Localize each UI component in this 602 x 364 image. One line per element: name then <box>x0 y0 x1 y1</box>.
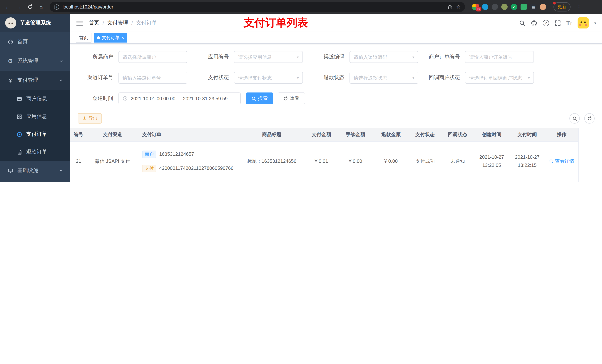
sidebar-item-merchant-info[interactable]: 商户信息 <box>0 90 70 108</box>
refresh-icon <box>587 116 592 121</box>
refresh-table-button[interactable] <box>584 113 595 124</box>
close-icon[interactable]: × <box>121 35 124 40</box>
active-dot <box>97 36 100 39</box>
cell-fee: ¥ 0.00 <box>338 141 373 181</box>
channel-order-no-field[interactable] <box>118 72 187 83</box>
extension-strip: 10 ✓ ▦ <box>473 4 546 10</box>
sidebar-item-infra[interactable]: 基础设施 <box>0 161 70 180</box>
view-detail-label: 查看详情 <box>555 158 574 165</box>
breadcrumb-pay-mgmt[interactable]: 支付管理 <box>107 20 128 26</box>
export-button-label: 导出 <box>88 115 97 122</box>
extension-icon[interactable] <box>501 4 508 10</box>
sidebar-item-label: 商户信息 <box>26 95 47 102</box>
fullscreen-icon[interactable] <box>554 20 561 26</box>
update-button[interactable]: 更新 <box>553 2 570 11</box>
browser-chrome: ← → ⌂ i localhost:1024/pay/order ☆ 10 ✓ … <box>0 0 602 14</box>
extension-icon[interactable] <box>492 4 498 10</box>
gear-icon: ⚙ <box>7 58 13 64</box>
orders-table: 编号 支付渠道 支付订单 商品标题 支付金额 手续金额 退款金额 支付状态 回调… <box>70 128 602 182</box>
filter-label: 创建时间 <box>78 95 118 102</box>
app-window: 芋道管理系统 首页 ⚙ 系统管理 ¥ 支付管理 <box>0 14 602 182</box>
clock-icon <box>123 96 128 101</box>
reset-button[interactable]: 重置 <box>278 93 305 104</box>
cell-notify: 未通知 <box>441 141 474 181</box>
sidebar-item-home[interactable]: 首页 <box>0 32 70 52</box>
extensions-puzzle-icon[interactable]: ▦ <box>530 4 537 10</box>
toggle-search-button[interactable] <box>570 113 580 124</box>
browser-menu-icon[interactable]: ⋮ <box>576 4 582 10</box>
channel-code-input[interactable] <box>354 54 411 60</box>
caret-down-icon[interactable]: ▾ <box>594 21 596 25</box>
app-logo[interactable]: 芋道管理系统 <box>0 14 70 32</box>
search-icon[interactable] <box>519 20 525 26</box>
breadcrumb-separator: / <box>103 20 104 26</box>
caret-down-icon: ▾ <box>528 76 530 80</box>
merchant-order-no-input[interactable] <box>469 54 530 60</box>
merchant-order-no-field[interactable] <box>465 51 534 63</box>
extension-icon[interactable] <box>521 4 527 10</box>
tab-label: 支付订单 <box>102 35 119 41</box>
breadcrumb-current: 支付订单 <box>136 20 157 26</box>
grid-icon <box>16 114 22 119</box>
sidebar-item-label: 系统管理 <box>17 58 38 64</box>
notify-status-select[interactable]: ▾ <box>465 72 534 83</box>
table-scroll-gutter <box>578 128 579 182</box>
browser-back-icon[interactable]: ← <box>4 3 12 11</box>
page-title-annotation: 支付订单列表 <box>244 16 308 30</box>
font-size-icon[interactable]: TT <box>566 20 572 26</box>
share-icon[interactable] <box>448 4 453 10</box>
sidebar-item-refund-order[interactable]: 退款订单 <box>0 143 70 161</box>
main-area: 首页 / 支付管理 / 支付订单 支付订单列表 ? TT ▾ <box>70 14 602 182</box>
refund-status-input[interactable] <box>354 75 411 81</box>
user-avatar[interactable] <box>578 17 589 29</box>
view-detail-link[interactable]: 查看详情 <box>549 158 574 165</box>
profile-avatar-icon[interactable] <box>540 4 546 10</box>
cell-pay-time: 2021-10-27 13:22:15 <box>509 141 545 181</box>
sidebar-item-app-info[interactable]: 应用信息 <box>0 108 70 125</box>
pay-status-input[interactable] <box>238 75 295 81</box>
channel-order-no-input[interactable] <box>123 75 183 81</box>
search-button[interactable]: 搜索 <box>246 93 273 104</box>
page-root: ← → ⌂ i localhost:1024/pay/order ☆ 10 ✓ … <box>0 0 602 182</box>
merchant-select[interactable] <box>118 51 187 63</box>
export-button[interactable]: 导出 <box>78 113 102 124</box>
breadcrumb-home[interactable]: 首页 <box>89 20 99 26</box>
merchant-input[interactable] <box>123 54 183 60</box>
extension-icon[interactable]: 10 <box>473 4 479 10</box>
tab-label: 首页 <box>79 35 88 41</box>
table-toolbar: 导出 <box>70 113 602 124</box>
create-time-range-picker[interactable]: 2021-10-01 00:00:00 - 2021-10-31 23:59:5… <box>118 93 241 104</box>
browser-forward-icon[interactable]: → <box>15 3 23 11</box>
help-icon[interactable]: ? <box>543 20 549 26</box>
extension-icon[interactable]: ✓ <box>511 4 517 10</box>
app-input[interactable] <box>238 54 295 60</box>
bookmark-star-icon[interactable]: ☆ <box>456 4 461 10</box>
extension-icon[interactable] <box>482 4 488 10</box>
channel-code-select[interactable]: ▾ <box>350 51 418 63</box>
github-icon[interactable] <box>531 20 537 26</box>
search-button-label: 搜索 <box>258 95 268 102</box>
refund-status-select[interactable]: ▾ <box>350 72 418 83</box>
sidebar-item-payment[interactable]: ¥ 支付管理 <box>0 71 70 90</box>
col-header-id: 编号 <box>70 128 87 141</box>
sidebar-item-pay-order[interactable]: 支付订单 <box>0 125 70 143</box>
table-row: 21 微信 JSAPI 支付 商户1635312124657 支付4200001… <box>70 141 578 181</box>
hamburger-icon[interactable] <box>70 14 89 32</box>
tags-view: 首页 支付订单 × <box>70 32 602 44</box>
browser-reload-icon[interactable] <box>26 3 34 11</box>
app-select[interactable]: ▾ <box>234 51 303 63</box>
notify-status-input[interactable] <box>469 75 527 81</box>
caret-down-icon: ▾ <box>297 55 299 59</box>
browser-home-icon[interactable]: ⌂ <box>37 3 45 11</box>
filter-label: 渠道编码 <box>309 54 350 60</box>
cell-channel: 微信 JSAPI 支付 <box>87 181 139 182</box>
site-info-icon[interactable]: i <box>54 4 59 10</box>
tab-pay-order[interactable]: 支付订单 × <box>94 33 127 42</box>
sidebar-item-devtools[interactable]: 研发工具 <box>0 180 70 182</box>
tab-home[interactable]: 首页 <box>76 33 91 42</box>
filter-label: 所属商户 <box>78 54 118 60</box>
url-bar[interactable]: i localhost:1024/pay/order ☆ <box>50 2 465 12</box>
filter-label: 应用编号 <box>193 54 234 60</box>
sidebar-item-system[interactable]: ⚙ 系统管理 <box>0 52 70 71</box>
pay-status-select[interactable]: ▾ <box>234 72 303 83</box>
